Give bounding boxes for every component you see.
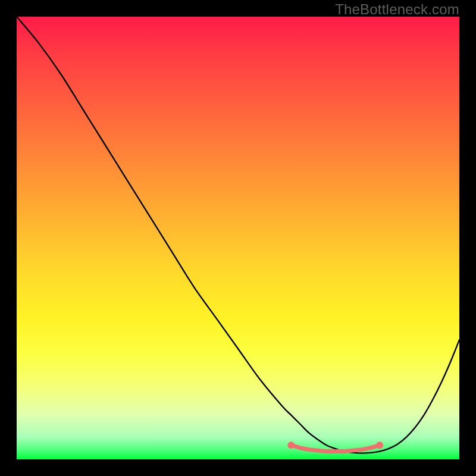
marker-dot (287, 441, 295, 449)
chart-frame: TheBottleneck.com (0, 0, 476, 476)
chart-svg (17, 17, 459, 459)
plot-area (17, 17, 459, 459)
bottleneck-curve (17, 17, 459, 453)
marker-dot (376, 441, 383, 449)
watermark-text: TheBottleneck.com (335, 1, 459, 18)
marker-band (287, 441, 383, 451)
